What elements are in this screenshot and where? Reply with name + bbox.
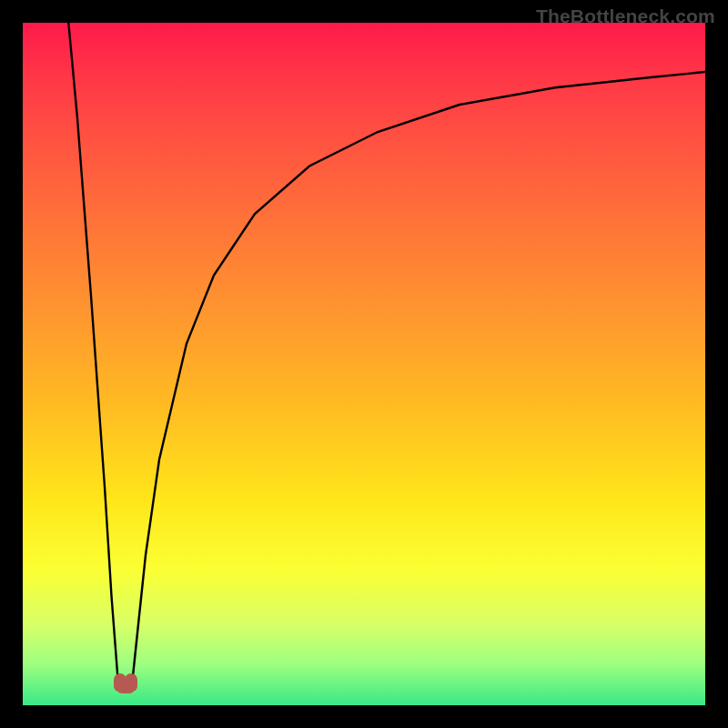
curve-right-branch <box>132 72 705 685</box>
curve-layer <box>23 23 705 705</box>
chart-frame: TheBottleneck.com <box>0 0 728 728</box>
plot-area <box>23 23 705 705</box>
curve-left-branch <box>68 23 118 685</box>
